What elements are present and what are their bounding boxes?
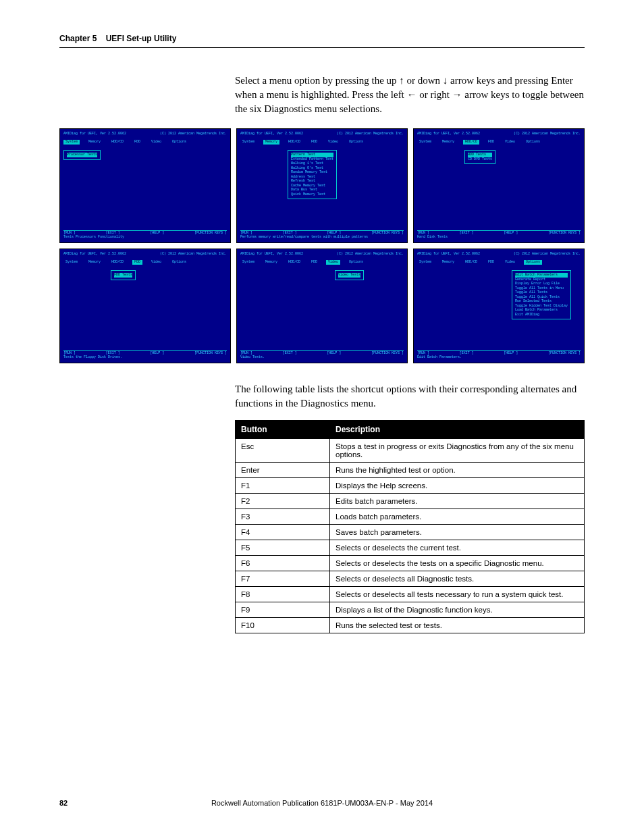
table-row: EscStops a test in progress or exits Dia… <box>236 439 585 463</box>
cell-description: Selects or deselects the tests on a spec… <box>330 556 585 571</box>
cell-button: F10 <box>236 618 330 633</box>
table-row: F8Selects or deselects all tests necessa… <box>236 587 585 602</box>
table-row: F4Saves batch parameters. <box>236 525 585 540</box>
cell-description: Edits batch parameters. <box>330 494 585 509</box>
shortcut-tbody: EscStops a test in progress or exits Dia… <box>236 439 585 633</box>
table-intro-paragraph: The following table lists the shortcut o… <box>235 382 585 411</box>
cell-description: Selects or deselects all Diagnostic test… <box>330 571 585 587</box>
diagnostics-screenshot: AMIDiag for UEFI, Ver 2.52.0062(C) 2012 … <box>59 249 231 363</box>
cell-button: F7 <box>236 571 330 587</box>
cell-button: F2 <box>236 494 330 509</box>
diagnostics-screenshot: AMIDiag for UEFI, Ver 2.52.0062(C) 2012 … <box>59 128 231 243</box>
table-row: F2Edits batch parameters. <box>236 494 585 509</box>
table-row: F1Displays the Help screens. <box>236 478 585 494</box>
cell-description: Saves batch parameters. <box>330 525 585 540</box>
cell-button: F8 <box>236 587 330 602</box>
cell-description: Selects or deselects all tests necessary… <box>330 587 585 602</box>
cell-button: F1 <box>236 478 330 494</box>
cell-description: Selects or deselects the current test. <box>330 540 585 556</box>
cell-button: F9 <box>236 602 330 618</box>
cell-button: F4 <box>236 525 330 540</box>
table-row: F10Runs the selected test or tests. <box>236 618 585 633</box>
cell-button: Esc <box>236 439 330 463</box>
page-footer: 82 Rockwell Automation Publication 6181P… <box>59 799 585 807</box>
table-row: F6Selects or deselects the tests on a sp… <box>236 556 585 571</box>
cell-description: Runs the selected test or tests. <box>330 618 585 633</box>
screenshot-grid: AMIDiag for UEFI, Ver 2.52.0062(C) 2012 … <box>59 128 585 363</box>
page-number: 82 <box>59 799 68 807</box>
diagnostics-screenshot: AMIDiag for UEFI, Ver 2.52.0062(C) 2012 … <box>413 249 585 363</box>
intro-paragraph: Select a menu option by pressing the up … <box>235 74 585 116</box>
cell-description: Displays the Help screens. <box>330 478 585 494</box>
cell-button: Enter <box>236 463 330 478</box>
table-row: EnterRuns the highlighted test or option… <box>236 463 585 478</box>
publication-line: Rockwell Automation Publication 6181P-UM… <box>59 799 585 807</box>
table-row: F9Displays a list of the Diagnostic func… <box>236 602 585 618</box>
table-row: F5Selects or deselects the current test. <box>236 540 585 556</box>
section-label: UEFI Set-up Utility <box>106 34 177 43</box>
cell-description: Loads batch parameters. <box>330 509 585 525</box>
shortcut-table: Button Description EscStops a test in pr… <box>235 420 585 633</box>
cell-button: F3 <box>236 509 330 525</box>
table-row: F7Selects or deselects all Diagnostic te… <box>236 571 585 587</box>
th-description: Description <box>330 421 585 439</box>
diagnostics-screenshot: AMIDiag for UEFI, Ver 2.52.0062(C) 2012 … <box>236 249 408 363</box>
diagnostics-screenshot: AMIDiag for UEFI, Ver 2.52.0062(C) 2012 … <box>236 128 408 243</box>
cell-description: Displays a list of the Diagnostic functi… <box>330 602 585 618</box>
diagnostics-screenshot: AMIDiag for UEFI, Ver 2.52.0062(C) 2012 … <box>413 128 585 243</box>
table-row: F3Loads batch parameters. <box>236 509 585 525</box>
header-rule <box>59 47 585 48</box>
cell-button: F6 <box>236 556 330 571</box>
cell-button: F5 <box>236 540 330 556</box>
page-header: Chapter 5 UEFI Set-up Utility <box>59 34 585 43</box>
chapter-label: Chapter 5 <box>59 34 97 43</box>
cell-description: Runs the highlighted test or option. <box>330 463 585 478</box>
th-button: Button <box>236 421 330 439</box>
cell-description: Stops a test in progress or exits Diagno… <box>330 439 585 463</box>
